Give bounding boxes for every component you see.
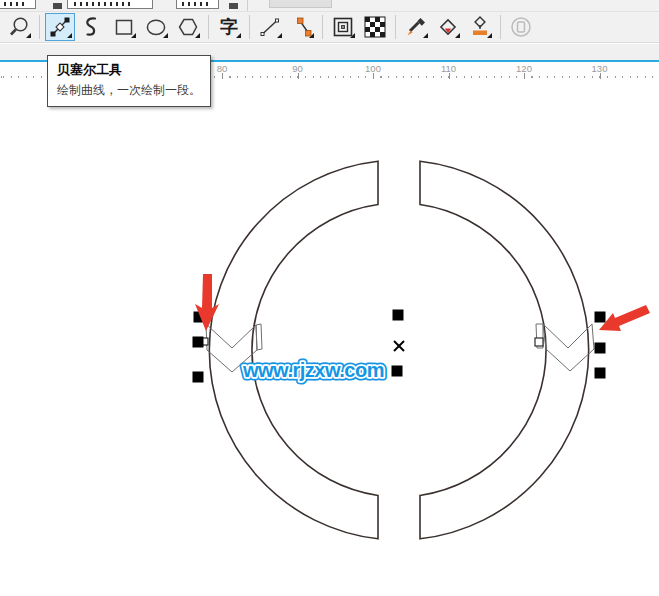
propbar-icon [53, 3, 62, 9]
outline-icon [509, 15, 533, 39]
rectangle-icon [112, 15, 136, 39]
toolbox-separator [322, 15, 323, 39]
toolbox-separator [208, 15, 209, 39]
toolbox: 字 [0, 12, 659, 43]
propbar-input-2[interactable] [67, 0, 153, 9]
polygon-icon [176, 15, 200, 39]
propbar-input-3[interactable] [176, 0, 219, 9]
ellipse-tool-button[interactable] [141, 13, 171, 41]
transparency-icon [363, 15, 387, 39]
toolbox-separator [249, 15, 250, 39]
watermark-text: www.rjzxw.com [242, 359, 384, 381]
toolbox-separator [39, 15, 40, 39]
rectangle-tool-button[interactable] [109, 13, 139, 41]
selection-handle[interactable] [595, 312, 606, 323]
propbar-button-partial[interactable] [269, 0, 332, 8]
toolbox-separator [395, 15, 396, 39]
application-window: 字 8090100110120130 www.rjzxw.comwww.rjzx… [0, 0, 659, 596]
smart-fill-icon [436, 15, 460, 39]
selection-handle[interactable] [193, 372, 204, 383]
polyline-tool-button[interactable] [287, 13, 317, 41]
propbar-separator [247, 0, 248, 11]
selection-handle[interactable] [393, 310, 404, 321]
tooltip-title: 贝塞尔工具 [57, 61, 201, 79]
bezier-tool-button[interactable] [45, 13, 75, 41]
bezier-icon [48, 15, 72, 39]
bezier-tool-tooltip: 贝塞尔工具 绘制曲线，一次绘制一段。 [47, 55, 211, 107]
contour-tool-button[interactable] [328, 13, 358, 41]
polygon-tool-button[interactable] [173, 13, 203, 41]
outline-tool-button[interactable] [506, 13, 536, 41]
tooltip-description: 绘制曲线，一次绘制一段。 [57, 82, 201, 99]
right-chevron-shape[interactable] [543, 324, 594, 371]
contour-icon [331, 15, 355, 39]
freehand-tool-button[interactable] [77, 13, 107, 41]
left-arc-shape[interactable] [209, 161, 378, 539]
drawing-canvas[interactable]: www.rjzxw.comwww.rjzxw.comwww.rjzxw.com [0, 79, 659, 596]
selection-handle[interactable] [193, 337, 204, 348]
left-chevron-endcap[interactable] [256, 324, 262, 350]
selection-handle[interactable] [595, 343, 606, 354]
right-arc-shape[interactable] [420, 161, 589, 539]
line-icon [258, 15, 282, 39]
propbar-input-1[interactable] [0, 0, 36, 9]
freehand-icon [80, 15, 104, 39]
propbar-icon-2 [229, 3, 238, 9]
text-icon: 字 [220, 18, 238, 36]
polyline-icon [290, 15, 314, 39]
zoom-icon [7, 15, 31, 39]
selection-handle[interactable] [595, 368, 606, 379]
property-bar [0, 0, 659, 12]
eyedropper-icon [404, 15, 428, 39]
line-tool-button[interactable] [255, 13, 285, 41]
selection-handle[interactable] [392, 366, 403, 377]
smart-fill-tool-button[interactable] [433, 13, 463, 41]
transparency-tool-button[interactable] [360, 13, 390, 41]
right-curve-node[interactable] [535, 338, 543, 346]
fill-tool-button[interactable] [465, 13, 495, 41]
scene-svg: www.rjzxw.comwww.rjzxw.comwww.rjzxw.com [0, 79, 659, 596]
text-tool-button[interactable]: 字 [214, 13, 244, 41]
zoom-tool-button[interactable] [4, 13, 34, 41]
right-red-arrow [599, 305, 650, 331]
fill-icon [468, 15, 492, 39]
ellipse-icon [144, 15, 168, 39]
toolbox-separator [500, 15, 501, 39]
eyedropper-tool-button[interactable] [401, 13, 431, 41]
